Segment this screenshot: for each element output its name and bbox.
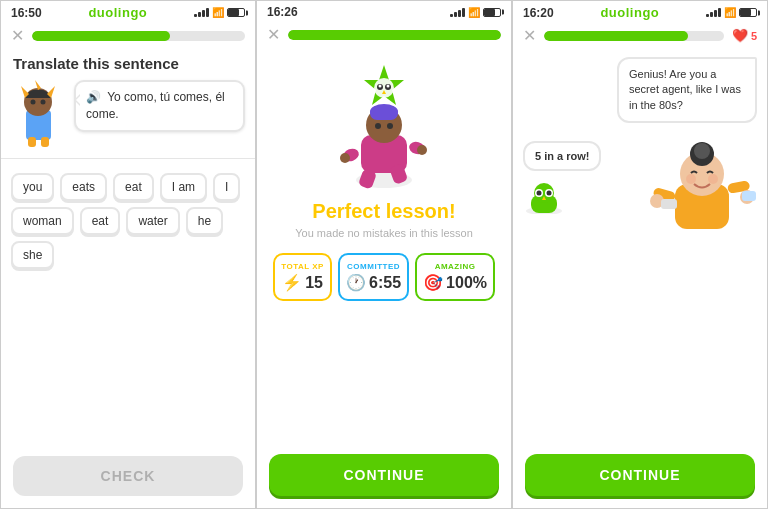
word-chip-i[interactable]: I: [213, 173, 240, 201]
amazing-value: 🎯 100%: [423, 273, 487, 292]
speech-bubble-1: 🔊 Yo como, tú comes, él come.: [74, 80, 245, 132]
continue-button-2[interactable]: CONTINUE: [269, 454, 499, 496]
wifi-icon: 📶: [212, 7, 224, 18]
svg-point-34: [537, 191, 542, 196]
phone-1: 16:50 duolingo 📶 ✕ Translate this: [0, 0, 256, 509]
exercise-area: 🔊 Yo como, tú comes, él come.: [1, 80, 255, 150]
progress-bar-fill-2: [288, 30, 501, 40]
signal-icon-2: [450, 8, 465, 17]
section-title: Translate this sentence: [1, 51, 255, 80]
progress-bar-fill-3: [544, 31, 688, 41]
chat-text: Genius! Are you a secret agent, like I w…: [629, 68, 741, 111]
battery-icon-2: [483, 8, 501, 17]
stat-amazing: AMAZING 🎯 100%: [415, 253, 495, 301]
time-2: 16:26: [267, 5, 298, 19]
close-button-1[interactable]: ✕: [11, 26, 24, 45]
app-container: 16:50 duolingo 📶 ✕ Translate this: [0, 0, 768, 509]
svg-point-41: [686, 174, 696, 184]
word-chip-woman[interactable]: woman: [11, 207, 74, 235]
xp-label: TOTAL XP: [281, 262, 324, 271]
phone-2: 16:26 📶 ✕: [256, 0, 512, 509]
heart-icon: ❤️: [732, 28, 748, 43]
svg-point-6: [41, 100, 46, 105]
close-button-2[interactable]: ✕: [267, 25, 280, 44]
perfect-screen: Perfect lesson! You made no mistakes in …: [257, 50, 511, 325]
chat-screen: Genius! Are you a secret agent, like I w…: [513, 51, 767, 214]
speaker-icon[interactable]: 🔊: [86, 89, 101, 106]
chat-bubble-genius: Genius! Are you a secret agent, like I w…: [617, 57, 757, 123]
svg-point-27: [387, 85, 390, 88]
svg-point-35: [547, 191, 552, 196]
svg-rect-48: [742, 191, 756, 201]
amazing-label: AMAZING: [423, 262, 487, 271]
perfect-title: Perfect lesson!: [312, 200, 455, 223]
svg-point-14: [375, 123, 381, 129]
time-1: 16:50: [11, 6, 42, 20]
word-chip-he[interactable]: he: [186, 207, 223, 235]
clock-icon: 🕐: [346, 273, 366, 292]
status-icons-1: 📶: [194, 7, 245, 18]
svg-rect-47: [661, 199, 677, 209]
progress-bar-bg-1: [32, 31, 245, 41]
streak-text: 5 in a row!: [535, 150, 589, 162]
svg-point-23: [374, 78, 394, 98]
svg-rect-13: [370, 106, 398, 120]
xp-icon: ⚡: [282, 273, 302, 292]
svg-point-15: [387, 123, 393, 129]
word-chip-eat2[interactable]: eat: [80, 207, 121, 235]
continue-button-3[interactable]: CONTINUE: [525, 454, 755, 496]
svg-rect-8: [41, 137, 49, 147]
target-icon: 🎯: [423, 273, 443, 292]
battery-icon-3: [739, 8, 757, 17]
perfect-character: [324, 60, 444, 190]
status-icons-2: 📶: [450, 7, 501, 18]
word-chip-water[interactable]: water: [126, 207, 179, 235]
committed-label: COMMITTED: [346, 262, 401, 271]
svg-point-42: [708, 174, 718, 184]
word-chip-eats[interactable]: eats: [60, 173, 107, 201]
svg-point-26: [379, 85, 382, 88]
status-bar-2: 16:26 📶: [257, 1, 511, 21]
committed-value: 🕐 6:55: [346, 273, 401, 292]
bottom-row: 5 in a row!: [513, 129, 767, 214]
heart-lives: ❤️ 5: [732, 28, 757, 43]
wifi-icon-2: 📶: [468, 7, 480, 18]
progress-bar-fill-1: [32, 31, 170, 41]
progress-bar-bg-3: [544, 31, 724, 41]
svg-point-40: [694, 143, 710, 159]
character-1: [11, 80, 66, 150]
svg-rect-7: [28, 137, 36, 147]
word-chip-you[interactable]: you: [11, 173, 54, 201]
progress-area-3: ✕ ❤️ 5: [513, 22, 767, 51]
owl-small: [523, 179, 565, 214]
phone-3: 16:20 duolingo 📶 ✕ ❤️ 5: [512, 0, 768, 509]
status-icons-3: 📶: [706, 7, 757, 18]
xp-value: ⚡ 15: [281, 273, 324, 292]
signal-icon-3: [706, 8, 721, 17]
stat-xp: TOTAL XP ⚡ 15: [273, 253, 332, 301]
svg-point-18: [340, 153, 350, 163]
signal-icon: [194, 8, 209, 17]
word-chip-eat[interactable]: eat: [113, 173, 154, 201]
word-chip-iam[interactable]: I am: [160, 173, 207, 201]
time-3: 16:20: [523, 6, 554, 20]
progress-bar-bg-2: [288, 30, 501, 40]
check-button[interactable]: CHECK: [13, 456, 243, 496]
word-chip-she[interactable]: she: [11, 241, 54, 269]
duolingo-logo-3: duolingo: [600, 5, 659, 20]
progress-area-2: ✕: [257, 21, 511, 50]
chat-area: Genius! Are you a secret agent, like I w…: [513, 51, 767, 129]
word-bank: you eats eat I am I woman eat water he s…: [1, 167, 255, 275]
stats-row: TOTAL XP ⚡ 15 COMMITTED 🕐 6:55: [273, 253, 495, 301]
svg-point-19: [417, 145, 427, 155]
center-content: Perfect lesson! You made no mistakes in …: [257, 50, 511, 325]
divider-1: [1, 158, 255, 159]
status-bar-1: 16:50 duolingo 📶: [1, 1, 255, 22]
progress-area-1: ✕: [1, 22, 255, 51]
wifi-icon-3: 📶: [724, 7, 736, 18]
speech-text: Yo como, tú comes, él come.: [86, 90, 225, 121]
close-button-3[interactable]: ✕: [523, 26, 536, 45]
translate-screen: Translate this sentence: [1, 51, 255, 275]
status-bar-3: 16:20 duolingo 📶: [513, 1, 767, 22]
perfect-subtitle: You made no mistakes in this lesson: [295, 227, 473, 239]
